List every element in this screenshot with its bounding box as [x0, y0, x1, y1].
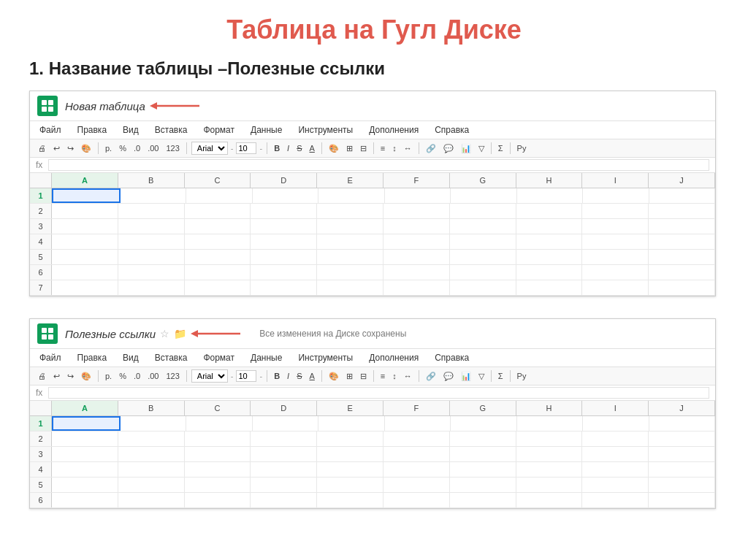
ss1-cell-H5[interactable]	[516, 250, 583, 264]
ss2-fillcolor-btn[interactable]: 🎨	[327, 371, 341, 382]
ss1-valign-btn[interactable]: ↕	[390, 143, 399, 153]
ss2-valign-btn[interactable]: ↕	[390, 371, 399, 381]
ss2-cell-F3[interactable]	[383, 447, 450, 461]
ss1-cell-F4[interactable]	[383, 234, 450, 249]
ss2-folder-icon[interactable]: 📁	[174, 328, 186, 340]
ss1-menu-view[interactable]: Вид	[121, 123, 141, 137]
ss2-cell-E2[interactable]	[317, 431, 383, 446]
ss1-font-select[interactable]: Arial	[191, 142, 228, 155]
ss1-cell-F1[interactable]	[385, 188, 451, 203]
ss1-cell-E1[interactable]	[318, 188, 385, 203]
ss2-cell-D6[interactable]	[251, 493, 317, 507]
ss1-italic-btn[interactable]: I	[285, 143, 291, 153]
ss1-cell-I6[interactable]	[582, 265, 649, 280]
ss2-cell-I3[interactable]	[582, 447, 649, 461]
ss1-cell-E6[interactable]	[317, 265, 383, 280]
ss2-menu-format[interactable]: Формат	[201, 351, 237, 364]
ss1-cell-I4[interactable]	[582, 234, 649, 249]
ss1-cell-E3[interactable]	[317, 219, 383, 234]
ss1-cell-J4[interactable]	[649, 234, 715, 249]
ss1-cell-A3[interactable]	[52, 219, 118, 234]
ss1-fontsize-input[interactable]	[236, 142, 256, 154]
ss2-cell-J2[interactable]	[649, 431, 715, 446]
ss2-cell-F6[interactable]	[383, 493, 450, 507]
ss1-sigma-btn[interactable]: Σ	[496, 143, 505, 153]
ss2-cell-C2[interactable]	[185, 431, 251, 446]
ss2-cell-C6[interactable]	[185, 493, 251, 507]
ss2-dec3-btn[interactable]: 123	[164, 371, 181, 381]
ss2-underline-btn[interactable]: A	[308, 371, 317, 381]
ss2-cell-A5[interactable]	[52, 477, 118, 492]
ss1-cell-B1[interactable]	[121, 188, 187, 203]
ss1-cell-H4[interactable]	[516, 234, 583, 249]
ss1-cell-B4[interactable]	[118, 234, 185, 249]
ss2-cell-J1[interactable]	[649, 416, 716, 431]
ss2-wrap-btn[interactable]: ↔	[402, 371, 414, 381]
ss2-py-btn[interactable]: Ру	[515, 371, 529, 381]
ss2-cell-A1[interactable]	[52, 416, 121, 431]
ss1-cell-D6[interactable]	[251, 265, 317, 280]
ss2-cell-A4[interactable]	[52, 462, 118, 477]
ss2-cell-C3[interactable]	[185, 447, 251, 461]
ss1-cell-B7[interactable]	[118, 280, 185, 295]
ss1-cell-C6[interactable]	[185, 265, 251, 280]
ss1-cell-D4[interactable]	[251, 234, 317, 249]
ss1-menu-data[interactable]: Данные	[248, 123, 284, 137]
ss1-cell-A7[interactable]	[52, 280, 118, 295]
ss1-print-btn[interactable]: 🖨	[36, 143, 48, 153]
ss1-cell-J7[interactable]	[649, 280, 715, 295]
ss1-dec3-btn[interactable]: 123	[164, 143, 181, 153]
ss1-formula-input[interactable]	[48, 159, 709, 171]
ss1-merge-btn[interactable]: ⊟	[358, 143, 369, 154]
ss1-cell-G1[interactable]	[451, 188, 517, 203]
ss2-cell-H5[interactable]	[516, 477, 583, 492]
ss1-cell-B5[interactable]	[118, 250, 185, 264]
ss1-cell-E4[interactable]	[317, 234, 383, 249]
ss2-chart-btn[interactable]: 📊	[459, 371, 473, 382]
ss2-cell-E3[interactable]	[317, 447, 383, 461]
ss1-paint-btn[interactable]: 🎨	[79, 143, 94, 154]
ss1-undo-btn[interactable]: ↩	[51, 143, 62, 154]
ss1-cell-G5[interactable]	[450, 250, 516, 264]
ss2-cell-G1[interactable]	[451, 416, 517, 431]
ss1-cell-E2[interactable]	[317, 204, 383, 218]
ss2-menu-edit[interactable]: Правка	[75, 351, 110, 364]
ss1-cell-A5[interactable]	[52, 250, 118, 264]
ss2-cell-F2[interactable]	[383, 431, 450, 446]
ss1-wrap-btn[interactable]: ↔	[402, 143, 414, 153]
ss1-cell-I5[interactable]	[582, 250, 649, 264]
ss2-menu-file[interactable]: Файл	[37, 351, 64, 364]
ss1-filter-btn[interactable]: ▽	[476, 143, 486, 154]
ss2-print-btn[interactable]: 🖨	[36, 371, 48, 381]
ss2-merge-btn[interactable]: ⊟	[358, 371, 369, 382]
ss2-comment-btn[interactable]: 💬	[441, 371, 456, 382]
ss1-cell-I1[interactable]	[583, 188, 649, 203]
ss2-italic-btn[interactable]: I	[285, 371, 291, 381]
ss1-cell-F2[interactable]	[383, 204, 450, 218]
ss2-cell-H1[interactable]	[517, 416, 584, 431]
ss2-cell-B3[interactable]	[118, 447, 185, 461]
ss1-percent-btn[interactable]: %	[117, 143, 129, 153]
ss1-cell-H3[interactable]	[516, 219, 583, 234]
ss2-bold-btn[interactable]: B	[272, 371, 282, 381]
ss2-cell-B1[interactable]	[121, 416, 187, 431]
ss1-cell-G4[interactable]	[450, 234, 516, 249]
ss1-cell-J5[interactable]	[649, 250, 715, 264]
ss2-menu-insert[interactable]: Вставка	[153, 351, 190, 364]
ss1-py-btn[interactable]: Ру	[515, 143, 529, 153]
ss1-cell-A1[interactable]	[52, 188, 121, 203]
ss1-cell-H2[interactable]	[516, 204, 583, 218]
ss2-percent-btn[interactable]: %	[117, 371, 129, 381]
ss1-cell-C1[interactable]	[186, 188, 253, 203]
ss1-dec2-btn[interactable]: .00	[145, 143, 161, 153]
ss2-sigma-btn[interactable]: Σ	[496, 371, 505, 381]
ss1-cell-D3[interactable]	[251, 219, 317, 234]
ss1-cell-G3[interactable]	[450, 219, 516, 234]
ss1-menu-insert[interactable]: Вставка	[153, 123, 190, 137]
ss1-cell-D2[interactable]	[251, 204, 317, 218]
ss2-cell-G5[interactable]	[450, 477, 516, 492]
ss1-menu-addons[interactable]: Дополнения	[367, 123, 421, 137]
ss1-comment-btn[interactable]: 💬	[441, 143, 456, 154]
ss1-cell-A6[interactable]	[52, 265, 118, 280]
ss1-cell-J3[interactable]	[649, 219, 715, 234]
